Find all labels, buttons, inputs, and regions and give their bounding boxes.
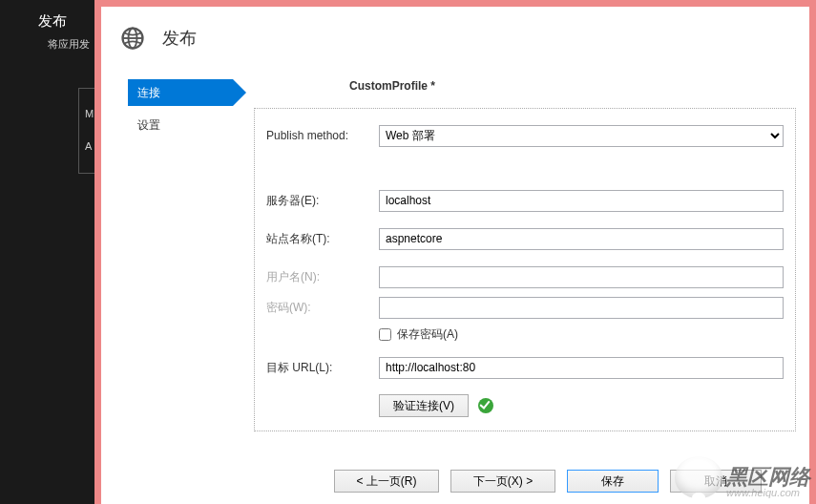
cancel-button[interactable]: 取消 xyxy=(670,470,762,493)
validate-connection-button[interactable]: 验证连接(V) xyxy=(379,394,469,417)
site-name-input[interactable] xyxy=(379,228,784,250)
dialog-title: 发布 xyxy=(162,27,197,50)
publish-dialog: 发布 连接 设置 CustomProfile * Publish method:… xyxy=(94,0,816,504)
steps-sidebar: 连接 设置 xyxy=(101,70,254,452)
main-panel: CustomProfile * Publish method: Web 部署 服… xyxy=(254,70,809,452)
next-button[interactable]: 下一页(X) > xyxy=(450,470,555,493)
parent-subtitle: 将应用发 xyxy=(0,35,95,53)
step-settings[interactable]: 设置 xyxy=(128,112,233,138)
connection-fields-panel: Publish method: Web 部署 服务器(E): 站点名称(T): … xyxy=(254,108,796,431)
dialog-header: 发布 xyxy=(101,7,809,70)
destination-url-label: 目标 URL(L): xyxy=(266,360,379,376)
site-name-label: 站点名称(T): xyxy=(266,231,379,247)
username-input[interactable] xyxy=(379,266,784,288)
save-password-checkbox[interactable] xyxy=(379,328,391,341)
save-password-label: 保存密码(A) xyxy=(397,326,458,343)
publish-method-label: Publish method: xyxy=(266,129,379,142)
parent-window: 发布 将应用发 M A xyxy=(0,0,95,504)
step-connection[interactable]: 连接 xyxy=(128,79,233,106)
server-input[interactable] xyxy=(379,190,784,212)
profile-name: CustomProfile * xyxy=(349,79,800,93)
previous-button[interactable]: < 上一页(R) xyxy=(334,470,439,493)
publish-method-select[interactable]: Web 部署 xyxy=(379,125,784,147)
globe-icon xyxy=(118,24,147,52)
parent-title: 发布 xyxy=(0,8,95,35)
server-label: 服务器(E): xyxy=(266,193,379,209)
username-label: 用户名(N): xyxy=(266,269,379,285)
password-label: 密码(W): xyxy=(266,300,379,316)
save-button[interactable]: 保存 xyxy=(567,470,659,493)
destination-url-input[interactable] xyxy=(379,357,784,379)
password-input[interactable] xyxy=(379,297,784,319)
success-check-icon xyxy=(478,398,493,413)
dialog-footer: < 上一页(R) 下一页(X) > 保存 取消 xyxy=(334,470,762,493)
